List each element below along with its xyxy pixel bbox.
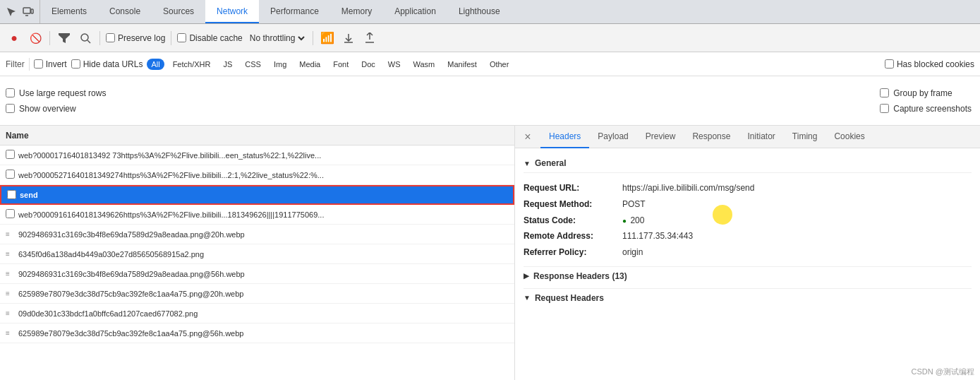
- import-button[interactable]: [340, 30, 357, 47]
- request-list-header: Name: [0, 126, 514, 146]
- request-url-value: https://api.live.bilibili.com/msg/send: [622, 182, 754, 194]
- row-checkbox[interactable]: [6, 170, 18, 180]
- row-checkbox[interactable]: [6, 209, 18, 220]
- filter-button[interactable]: [56, 30, 73, 47]
- device-icon[interactable]: [21, 5, 35, 19]
- request-headers-arrow: ▼: [524, 294, 531, 302]
- filter-type-fetch-xhr[interactable]: Fetch/XHR: [169, 59, 215, 70]
- tab-sources[interactable]: Sources: [152, 0, 205, 23]
- tab-console[interactable]: Console: [98, 0, 152, 23]
- row-name: 625989e78079e3dc38d75cb9ac392fe8c1aa4a75…: [18, 329, 509, 338]
- request-row[interactable]: ≡ 09d0de301c33bdcf1a0bffc6ad1207caed6770…: [0, 304, 514, 323]
- row-name: web?00005271640181349274https%3A%2F%2Fli…: [18, 171, 509, 179]
- detail-tab-response[interactable]: Response: [684, 126, 739, 148]
- detail-tab-initiator[interactable]: Initiator: [739, 126, 783, 148]
- search-button[interactable]: [77, 30, 94, 47]
- close-detail-button[interactable]: ×: [518, 127, 538, 147]
- detail-tab-payload[interactable]: Payload: [589, 126, 636, 148]
- cursor-icon[interactable]: [4, 5, 18, 19]
- request-list-body[interactable]: web?00001716401813492 73https%3A%2F%2Fli…: [0, 146, 514, 380]
- status-code-row: Status Code: ● 200: [524, 213, 972, 229]
- tab-elements[interactable]: Elements: [40, 0, 98, 23]
- request-row[interactable]: ≡ 9029486931c3169c3b4f8e69da7589d29a8ead…: [0, 225, 514, 244]
- request-row[interactable]: web?00009161640181349626https%3A%2F%2Fli…: [0, 205, 514, 225]
- row-checkbox[interactable]: [6, 150, 18, 160]
- throttle-dropdown[interactable]: No throttling: [247, 32, 307, 44]
- detail-tab-timing[interactable]: Timing: [784, 126, 826, 148]
- detail-tab-cookies[interactable]: Cookies: [825, 126, 873, 148]
- row-name: 09d0de301c33bdcf1a0bffc6ad1207caed677082…: [18, 309, 509, 318]
- filter-type-font[interactable]: Font: [329, 59, 353, 70]
- throttle-select-container[interactable]: No throttling No throttling: [247, 32, 307, 44]
- request-list: Name web?00001716401813492 73https%3A%2F…: [0, 126, 515, 380]
- request-method-row: Request Method: POST: [524, 196, 972, 213]
- network-conditions-button[interactable]: 📶: [319, 30, 336, 47]
- has-blocked-cookies-text: Has blocked cookies: [897, 59, 974, 69]
- filter-type-ws[interactable]: WS: [384, 59, 405, 70]
- tab-network[interactable]: Network: [205, 0, 259, 23]
- request-row[interactable]: ≡ 9029486931c3169c3b4f8e69da7589d29a8ead…: [0, 264, 514, 284]
- invert-text: Invert: [46, 59, 67, 69]
- referrer-policy-value: origin: [622, 247, 643, 259]
- tab-application[interactable]: Application: [383, 0, 447, 23]
- request-method-value: POST: [622, 198, 646, 210]
- filter-type-wasm[interactable]: Wasm: [409, 59, 440, 70]
- use-large-rows-checkbox[interactable]: [6, 88, 15, 97]
- capture-screenshots-label[interactable]: Capture screenshots: [880, 104, 972, 114]
- row-checkbox[interactable]: [7, 190, 20, 201]
- hide-data-urls-checkbox[interactable]: [71, 59, 80, 69]
- detail-tab-preview[interactable]: Preview: [637, 126, 684, 148]
- clear-button[interactable]: 🚫: [27, 30, 44, 47]
- filter-type-other[interactable]: Other: [485, 59, 514, 70]
- tab-performance[interactable]: Performance: [259, 0, 330, 23]
- network-toolbar: ● 🚫 Preserve log Disable cache No thrott…: [0, 24, 980, 52]
- referrer-policy-row: Referrer Policy: origin: [524, 244, 972, 261]
- tab-lighthouse[interactable]: Lighthouse: [447, 0, 512, 23]
- use-large-rows-label[interactable]: Use large request rows: [6, 88, 866, 98]
- request-row[interactable]: web?00005271640181349274https%3A%2F%2Fli…: [0, 165, 514, 185]
- request-headers-section[interactable]: ▼ Request Headers: [524, 288, 972, 307]
- svg-line-4: [87, 40, 90, 43]
- general-section-header[interactable]: ▼ General: [524, 154, 972, 173]
- name-column-header: Name: [6, 131, 29, 141]
- svg-point-3: [81, 34, 88, 41]
- row-name: web?00001716401813492 73https%3A%2F%2Fli…: [18, 151, 509, 160]
- group-by-frame-label[interactable]: Group by frame: [880, 88, 972, 98]
- filter-type-media[interactable]: Media: [295, 59, 325, 70]
- filter-type-doc[interactable]: Doc: [357, 59, 380, 70]
- detail-body: ▼ General Request URL: https://api.live.…: [515, 148, 980, 380]
- request-row[interactable]: ≡ 6345f0d6a138ad4b449a030e27d85650568915…: [0, 244, 514, 264]
- request-row[interactable]: web?00001716401813492 73https%3A%2F%2Fli…: [0, 146, 514, 165]
- disable-cache-checkbox[interactable]: [177, 33, 186, 42]
- show-overview-checkbox[interactable]: [6, 104, 15, 113]
- filter-type-manifest[interactable]: Manifest: [443, 59, 481, 70]
- has-blocked-cookies-label[interactable]: Has blocked cookies: [885, 59, 974, 69]
- filter-type-css[interactable]: CSS: [241, 59, 265, 70]
- request-row[interactable]: ≡ 625989e78079e3dc38d75cb9ac392fe8c1aa4a…: [0, 323, 514, 343]
- export-button[interactable]: [361, 30, 378, 47]
- filter-type-img[interactable]: Img: [270, 59, 291, 70]
- request-url-label: Request URL:: [524, 182, 622, 194]
- tab-memory[interactable]: Memory: [330, 0, 383, 23]
- detail-tab-headers[interactable]: Headers: [540, 126, 589, 148]
- hide-data-urls-label[interactable]: Hide data URLs: [71, 59, 143, 69]
- options-right: Group by frame Capture screenshots: [871, 84, 980, 118]
- filter-type-js[interactable]: JS: [219, 59, 236, 70]
- filter-type-all[interactable]: All: [147, 59, 164, 70]
- preserve-log-label[interactable]: Preserve log: [106, 33, 165, 43]
- remote-address-label: Remote Address:: [524, 230, 622, 242]
- response-headers-section[interactable]: ▶ Response Headers (13): [524, 266, 972, 285]
- request-row-selected[interactable]: send: [0, 185, 514, 205]
- invert-checkbox[interactable]: [34, 59, 43, 69]
- request-row[interactable]: ≡ 625989e78079e3dc38d75cb9ac392fe8c1aa4a…: [0, 284, 514, 304]
- group-by-frame-text: Group by frame: [893, 88, 952, 98]
- record-button[interactable]: ●: [6, 30, 23, 47]
- show-overview-label[interactable]: Show overview: [6, 104, 866, 114]
- has-blocked-cookies-checkbox[interactable]: [885, 59, 894, 69]
- preserve-log-checkbox[interactable]: [106, 33, 115, 42]
- group-by-frame-checkbox[interactable]: [880, 88, 889, 97]
- request-method-label: Request Method:: [524, 198, 622, 210]
- disable-cache-label[interactable]: Disable cache: [177, 33, 242, 43]
- invert-label[interactable]: Invert: [34, 59, 67, 69]
- capture-screenshots-checkbox[interactable]: [880, 104, 889, 113]
